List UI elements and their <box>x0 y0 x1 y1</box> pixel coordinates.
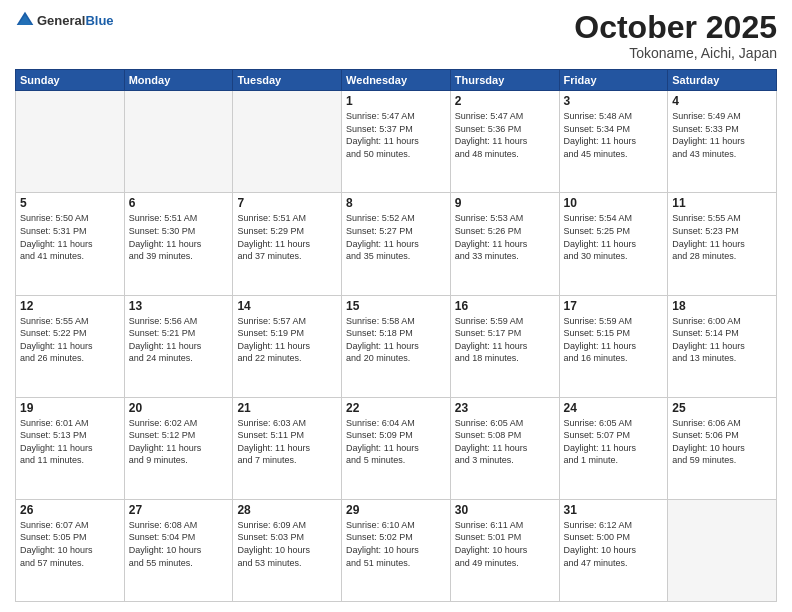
logo-icon <box>15 10 35 30</box>
calendar-cell: 10Sunrise: 5:54 AM Sunset: 5:25 PM Dayli… <box>559 193 668 295</box>
day-number: 19 <box>20 401 120 415</box>
col-monday: Monday <box>124 70 233 91</box>
day-number: 13 <box>129 299 229 313</box>
day-number: 28 <box>237 503 337 517</box>
calendar-cell: 17Sunrise: 5:59 AM Sunset: 5:15 PM Dayli… <box>559 295 668 397</box>
calendar-cell: 29Sunrise: 6:10 AM Sunset: 5:02 PM Dayli… <box>342 499 451 601</box>
calendar-cell: 20Sunrise: 6:02 AM Sunset: 5:12 PM Dayli… <box>124 397 233 499</box>
calendar-cell: 4Sunrise: 5:49 AM Sunset: 5:33 PM Daylig… <box>668 91 777 193</box>
calendar-cell: 15Sunrise: 5:58 AM Sunset: 5:18 PM Dayli… <box>342 295 451 397</box>
day-number: 27 <box>129 503 229 517</box>
calendar-cell: 6Sunrise: 5:51 AM Sunset: 5:30 PM Daylig… <box>124 193 233 295</box>
calendar-cell <box>16 91 125 193</box>
day-info: Sunrise: 6:07 AM Sunset: 5:05 PM Dayligh… <box>20 519 120 569</box>
col-thursday: Thursday <box>450 70 559 91</box>
col-saturday: Saturday <box>668 70 777 91</box>
day-number: 31 <box>564 503 664 517</box>
location-subtitle: Tokoname, Aichi, Japan <box>574 45 777 61</box>
calendar-cell: 7Sunrise: 5:51 AM Sunset: 5:29 PM Daylig… <box>233 193 342 295</box>
day-number: 29 <box>346 503 446 517</box>
day-info: Sunrise: 6:08 AM Sunset: 5:04 PM Dayligh… <box>129 519 229 569</box>
day-info: Sunrise: 6:11 AM Sunset: 5:01 PM Dayligh… <box>455 519 555 569</box>
calendar-cell: 22Sunrise: 6:04 AM Sunset: 5:09 PM Dayli… <box>342 397 451 499</box>
calendar-page: GeneralBlue October 2025 Tokoname, Aichi… <box>0 0 792 612</box>
day-number: 14 <box>237 299 337 313</box>
day-number: 22 <box>346 401 446 415</box>
calendar-cell: 8Sunrise: 5:52 AM Sunset: 5:27 PM Daylig… <box>342 193 451 295</box>
calendar-cell: 19Sunrise: 6:01 AM Sunset: 5:13 PM Dayli… <box>16 397 125 499</box>
day-number: 9 <box>455 196 555 210</box>
col-tuesday: Tuesday <box>233 70 342 91</box>
day-number: 26 <box>20 503 120 517</box>
calendar-cell: 5Sunrise: 5:50 AM Sunset: 5:31 PM Daylig… <box>16 193 125 295</box>
logo-text: GeneralBlue <box>37 11 114 29</box>
day-info: Sunrise: 5:59 AM Sunset: 5:17 PM Dayligh… <box>455 315 555 365</box>
day-info: Sunrise: 5:58 AM Sunset: 5:18 PM Dayligh… <box>346 315 446 365</box>
col-wednesday: Wednesday <box>342 70 451 91</box>
calendar-cell: 11Sunrise: 5:55 AM Sunset: 5:23 PM Dayli… <box>668 193 777 295</box>
day-info: Sunrise: 6:10 AM Sunset: 5:02 PM Dayligh… <box>346 519 446 569</box>
calendar-cell: 16Sunrise: 5:59 AM Sunset: 5:17 PM Dayli… <box>450 295 559 397</box>
day-info: Sunrise: 5:56 AM Sunset: 5:21 PM Dayligh… <box>129 315 229 365</box>
calendar-cell: 3Sunrise: 5:48 AM Sunset: 5:34 PM Daylig… <box>559 91 668 193</box>
day-info: Sunrise: 5:50 AM Sunset: 5:31 PM Dayligh… <box>20 212 120 262</box>
day-number: 25 <box>672 401 772 415</box>
calendar-cell: 21Sunrise: 6:03 AM Sunset: 5:11 PM Dayli… <box>233 397 342 499</box>
month-title: October 2025 <box>574 10 777 45</box>
day-number: 12 <box>20 299 120 313</box>
day-info: Sunrise: 6:04 AM Sunset: 5:09 PM Dayligh… <box>346 417 446 467</box>
calendar-cell: 14Sunrise: 5:57 AM Sunset: 5:19 PM Dayli… <box>233 295 342 397</box>
day-number: 30 <box>455 503 555 517</box>
header: GeneralBlue October 2025 Tokoname, Aichi… <box>15 10 777 61</box>
day-number: 20 <box>129 401 229 415</box>
day-number: 3 <box>564 94 664 108</box>
day-number: 17 <box>564 299 664 313</box>
week-row-1: 1Sunrise: 5:47 AM Sunset: 5:37 PM Daylig… <box>16 91 777 193</box>
day-number: 5 <box>20 196 120 210</box>
day-info: Sunrise: 5:52 AM Sunset: 5:27 PM Dayligh… <box>346 212 446 262</box>
header-row: Sunday Monday Tuesday Wednesday Thursday… <box>16 70 777 91</box>
day-info: Sunrise: 5:53 AM Sunset: 5:26 PM Dayligh… <box>455 212 555 262</box>
calendar-cell: 9Sunrise: 5:53 AM Sunset: 5:26 PM Daylig… <box>450 193 559 295</box>
day-info: Sunrise: 6:02 AM Sunset: 5:12 PM Dayligh… <box>129 417 229 467</box>
day-info: Sunrise: 6:06 AM Sunset: 5:06 PM Dayligh… <box>672 417 772 467</box>
day-info: Sunrise: 5:51 AM Sunset: 5:30 PM Dayligh… <box>129 212 229 262</box>
day-info: Sunrise: 5:47 AM Sunset: 5:37 PM Dayligh… <box>346 110 446 160</box>
day-info: Sunrise: 6:05 AM Sunset: 5:07 PM Dayligh… <box>564 417 664 467</box>
calendar-cell: 1Sunrise: 5:47 AM Sunset: 5:37 PM Daylig… <box>342 91 451 193</box>
calendar-cell: 25Sunrise: 6:06 AM Sunset: 5:06 PM Dayli… <box>668 397 777 499</box>
calendar-cell: 12Sunrise: 5:55 AM Sunset: 5:22 PM Dayli… <box>16 295 125 397</box>
calendar-cell <box>668 499 777 601</box>
col-friday: Friday <box>559 70 668 91</box>
day-number: 24 <box>564 401 664 415</box>
logo-general: General <box>37 13 85 28</box>
calendar-cell: 2Sunrise: 5:47 AM Sunset: 5:36 PM Daylig… <box>450 91 559 193</box>
day-info: Sunrise: 5:55 AM Sunset: 5:23 PM Dayligh… <box>672 212 772 262</box>
calendar-cell: 26Sunrise: 6:07 AM Sunset: 5:05 PM Dayli… <box>16 499 125 601</box>
day-info: Sunrise: 5:48 AM Sunset: 5:34 PM Dayligh… <box>564 110 664 160</box>
week-row-4: 19Sunrise: 6:01 AM Sunset: 5:13 PM Dayli… <box>16 397 777 499</box>
day-info: Sunrise: 6:05 AM Sunset: 5:08 PM Dayligh… <box>455 417 555 467</box>
calendar-cell: 23Sunrise: 6:05 AM Sunset: 5:08 PM Dayli… <box>450 397 559 499</box>
calendar-cell: 13Sunrise: 5:56 AM Sunset: 5:21 PM Dayli… <box>124 295 233 397</box>
day-info: Sunrise: 6:09 AM Sunset: 5:03 PM Dayligh… <box>237 519 337 569</box>
day-info: Sunrise: 6:00 AM Sunset: 5:14 PM Dayligh… <box>672 315 772 365</box>
calendar-table: Sunday Monday Tuesday Wednesday Thursday… <box>15 69 777 602</box>
day-number: 4 <box>672 94 772 108</box>
day-number: 11 <box>672 196 772 210</box>
day-info: Sunrise: 6:01 AM Sunset: 5:13 PM Dayligh… <box>20 417 120 467</box>
day-number: 16 <box>455 299 555 313</box>
week-row-2: 5Sunrise: 5:50 AM Sunset: 5:31 PM Daylig… <box>16 193 777 295</box>
day-info: Sunrise: 6:03 AM Sunset: 5:11 PM Dayligh… <box>237 417 337 467</box>
calendar-cell: 31Sunrise: 6:12 AM Sunset: 5:00 PM Dayli… <box>559 499 668 601</box>
day-number: 6 <box>129 196 229 210</box>
day-number: 10 <box>564 196 664 210</box>
day-number: 1 <box>346 94 446 108</box>
day-number: 7 <box>237 196 337 210</box>
day-info: Sunrise: 5:54 AM Sunset: 5:25 PM Dayligh… <box>564 212 664 262</box>
calendar-cell: 28Sunrise: 6:09 AM Sunset: 5:03 PM Dayli… <box>233 499 342 601</box>
day-number: 8 <box>346 196 446 210</box>
day-info: Sunrise: 5:55 AM Sunset: 5:22 PM Dayligh… <box>20 315 120 365</box>
calendar-cell: 30Sunrise: 6:11 AM Sunset: 5:01 PM Dayli… <box>450 499 559 601</box>
day-number: 2 <box>455 94 555 108</box>
